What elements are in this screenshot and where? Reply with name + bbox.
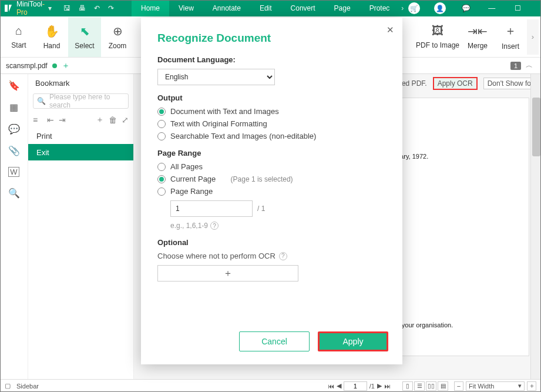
zoom-in-icon[interactable]: ＋ [527,381,536,391]
help-icon[interactable]: ? [279,252,287,260]
menu-view[interactable]: View [169,0,203,16]
language-label: Document Language: [157,55,386,64]
output-option-doc[interactable]: Document with Text and Images [157,107,386,116]
bookmark-item-print[interactable]: Print [28,128,133,144]
bookmark-icon[interactable]: 🔖 [8,80,20,91]
bookmark-toolbar: ≡ ⇤ ⇥ ＋ 🗑 ⤢ [28,112,133,128]
optional-label: Optional [157,238,386,247]
cart-icon[interactable]: 🛒 [404,0,425,16]
indent-left-icon[interactable]: ⇤ [47,115,54,125]
delete-bookmark-icon[interactable]: 🗑 [109,115,117,125]
print-icon[interactable]: 🖶 [79,4,86,12]
list-icon[interactable]: ≡ [33,115,38,125]
view-mode-buttons: ▯ ☰ ▯▯ ▤ [402,381,448,391]
help-icon[interactable]: ? [210,222,219,230]
account-icon[interactable]: 👤 [429,0,451,16]
redo-icon[interactable]: ↷ [108,4,114,12]
first-page-icon[interactable]: ⏮ [328,383,334,390]
add-tab-icon[interactable]: ＋ [62,61,70,71]
book-icon[interactable]: ▤ [438,381,448,391]
add-exclusion-button[interactable]: ＋ [157,265,298,282]
pr-range[interactable]: Page Range [157,187,386,196]
vertical-scrollbar[interactable] [530,74,541,379]
zoom-out-icon[interactable]: − [454,381,463,391]
main-menu: HomeViewAnnotateEditConvertPageProtec [132,0,399,16]
page-range-example: e.g., 1,6,1-9? [170,222,386,230]
menu-convert[interactable]: Convert [281,0,325,16]
add-bookmark-icon[interactable]: ＋ [96,115,104,125]
word-icon[interactable]: W [8,167,19,177]
bookmark-search-input[interactable]: 🔍 Please type here to search [33,93,129,109]
chat-icon[interactable]: 💬 [455,0,476,16]
maximize-button[interactable]: ☐ [507,0,528,16]
apply-ocr-button[interactable]: Apply OCR [433,77,478,90]
page-input[interactable] [344,381,367,391]
collapse-ribbon-icon[interactable]: ︿ [523,61,535,71]
attachments-icon[interactable]: 📎 [8,145,20,156]
output-option-searchable[interactable]: Searchable Text and Images (non-editable… [157,132,386,140]
page-navigator: ⏮ ◀ /1 ▶ ⏭ [328,381,391,391]
minimize-button[interactable]: ― [481,0,502,16]
bookmark-panel: Bookmark 🔍 Please type here to search ≡ … [28,74,134,379]
pr-current[interactable]: Current Page (Page 1 is selected) [157,175,386,183]
pr-all[interactable]: All Pages [157,162,386,171]
bookmark-item-exit[interactable]: Exit [28,144,133,160]
cancel-button[interactable]: Cancel [239,331,310,351]
recognize-document-dialog: ✕ Recognize Document Document Language: … [141,18,402,364]
menu-page[interactable]: Page [325,0,360,16]
save-icon[interactable]: 🖫 [63,4,70,12]
menu-edit[interactable]: Edit [250,0,281,16]
menu-protec[interactable]: Protec [360,0,399,16]
optional-sub-label: Choose where not to perform OCR? [157,252,386,260]
start-tool[interactable]: ⌂Start [2,17,35,57]
two-page-icon[interactable]: ▯▯ [426,381,436,391]
dont-show-button[interactable]: Don't Show fo [483,78,535,89]
comments-icon[interactable]: 💬 [8,123,20,135]
bookmark-panel-title: Bookmark [28,74,133,92]
apply-button[interactable]: Apply [318,331,388,351]
output-option-text[interactable]: Text with Original Formatting [157,119,386,128]
dialog-title: Recognize Document [157,32,386,45]
undo-icon[interactable]: ↶ [94,4,100,12]
menu-annotate[interactable]: Annotate [203,0,250,16]
zoom-controls: − Fit Width▾ ＋ [454,381,536,391]
quick-access-toolbar: 🖫 🖶 ↶ ↷ [63,4,114,12]
continuous-icon[interactable]: ☰ [414,381,425,391]
indent-right-icon[interactable]: ⇥ [59,115,66,125]
page-range-input[interactable] [170,200,253,217]
close-window-button[interactable]: ✕ [533,0,541,16]
prev-page-icon[interactable]: ◀ [337,382,341,390]
output-label: Output [157,93,386,102]
language-select[interactable]: English [157,69,275,85]
title-bar: MiniTool-Pro ▾ 🖫 🖶 ↶ ↷ HomeViewAnnotateE… [0,0,541,16]
next-page-icon[interactable]: ▶ [377,382,382,390]
close-icon[interactable]: ✕ [387,25,394,35]
app-logo-icon [4,2,13,14]
page-count-badge: 1 [510,62,521,70]
app-name: MiniTool-Pro [16,0,45,16]
bookmark-options-icon[interactable]: ⤢ [122,115,129,125]
insert-tool[interactable]: ＋Insert [494,17,527,57]
sidebar-icon-strip: 🔖 ▦ 💬 📎 W 🔍 [0,74,28,379]
thumbnails-icon[interactable]: ▦ [9,102,18,113]
ribbon-scroll-right[interactable]: › [527,19,539,55]
pdf-to-image-tool[interactable]: 🖼PDF to Image [414,17,461,57]
unsaved-dot-icon [52,63,57,68]
hand-tool[interactable]: ✋Hand [35,17,68,57]
menu-home[interactable]: Home [132,0,169,16]
document-tab[interactable]: scansmpl.pdf ＋ [6,61,70,71]
zoom-select[interactable]: Fit Width▾ [466,381,525,391]
ocr-banner: ned PDF. Apply OCR Don't Show fo [398,74,535,93]
sidebar-toggle-icon[interactable]: ▢ [5,382,11,390]
select-tool[interactable]: ⬉Select [68,17,101,57]
search-icon[interactable]: 🔍 [8,187,20,199]
last-page-icon[interactable]: ⏭ [384,383,391,390]
merge-tool[interactable]: ⇥⇤Merge [461,17,494,57]
page-range-label: Page Range [157,149,386,158]
search-icon: 🔍 [37,97,46,105]
zoom-tool[interactable]: ⊕Zoom [101,17,134,57]
sidebar-label[interactable]: Sidebar [16,383,39,390]
status-bar: ▢ Sidebar ⏮ ◀ /1 ▶ ⏭ ▯ ☰ ▯▯ ▤ − Fit Widt… [0,379,541,392]
single-page-icon[interactable]: ▯ [402,381,413,391]
